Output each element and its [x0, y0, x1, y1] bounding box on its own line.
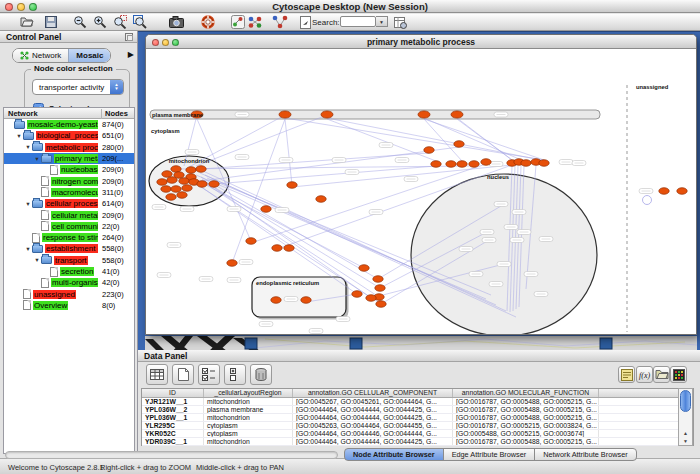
node-color-dropdown[interactable]: transporter activity ▲▼ [32, 79, 124, 95]
graph-node[interactable] [197, 181, 207, 188]
tab-scroll-right-icon[interactable]: ▶ [128, 51, 134, 59]
scrollbar-thumb[interactable] [680, 390, 691, 412]
tab-network-attribute-browser[interactable]: Network Attribute Browser [534, 448, 636, 461]
float-window-icon[interactable] [125, 33, 133, 41]
graph-node[interactable] [359, 265, 369, 272]
zoom-fit-icon[interactable] [130, 15, 150, 29]
graph-node[interactable] [227, 260, 237, 267]
graph-node[interactable] [375, 285, 385, 292]
tree-row[interactable]: ▼establishment of lo558(0) [4, 243, 134, 254]
tree-row[interactable]: cell communicat22(0) [4, 221, 134, 232]
search-dropdown-icon[interactable]: ▼ [376, 16, 388, 27]
tree-row[interactable]: ▼metabolic process280(0) [4, 142, 134, 153]
tree-row[interactable]: multi-organism pro42(0) [4, 277, 134, 288]
graph-node[interactable] [209, 181, 219, 188]
graph-node[interactable] [186, 167, 196, 174]
graph-edge[interactable] [196, 115, 327, 166]
expander-icon[interactable]: ▼ [33, 257, 41, 263]
table-row[interactable]: YLR295Ccytoplasm[GO:0045263, GO:0044464,… [142, 422, 693, 430]
graph-edge[interactable] [424, 119, 544, 160]
graph-node[interactable] [171, 186, 181, 193]
graph-node[interactable] [481, 159, 491, 166]
tree-row[interactable]: ▼cellular process614(0) [4, 198, 134, 209]
graph-node[interactable] [373, 276, 383, 283]
notes-icon[interactable] [618, 366, 635, 383]
expander-icon[interactable]: ▼ [24, 201, 32, 207]
graph-node[interactable] [157, 179, 167, 186]
tree-row[interactable]: ▼primary metabo209(... [4, 153, 134, 164]
zoom-in-icon[interactable] [90, 15, 110, 29]
tree-row[interactable]: unassigned223(0) [4, 288, 134, 299]
attribute-matrix-icon[interactable] [670, 366, 687, 383]
dropdown-stepper-icon[interactable]: ▲▼ [110, 80, 123, 94]
search-input[interactable] [340, 16, 376, 27]
column-header[interactable]: _cellularLayoutRegion [204, 389, 293, 397]
graph-node[interactable] [677, 188, 687, 195]
table-row[interactable]: YPL036W__2plasma membrane[GO:0044464, GO… [142, 406, 693, 414]
graph-node[interactable] [167, 177, 177, 184]
expander-icon[interactable]: ▼ [15, 133, 23, 139]
delete-attribute-icon[interactable] [250, 364, 272, 385]
zoom-out-icon[interactable] [70, 15, 90, 29]
graph-node[interactable] [271, 297, 281, 304]
column-header[interactable]: ID [142, 389, 204, 397]
graph-node[interactable] [469, 161, 479, 168]
graph-node[interactable] [162, 171, 172, 178]
open-session-icon[interactable] [17, 15, 37, 29]
graph-node[interactable] [539, 160, 549, 167]
tree-row[interactable]: nitrogen compo209(0) [4, 175, 134, 186]
graph-node[interactable] [287, 182, 297, 189]
tree-row[interactable]: ▼biological_process651(0) [4, 130, 134, 141]
column-header[interactable]: annotation.GO MOLECULAR_FUNCTION [453, 389, 599, 397]
graph-node[interactable] [166, 194, 176, 201]
expander-icon[interactable]: ▼ [24, 144, 32, 150]
graph-edge[interactable] [191, 177, 364, 268]
table-vertical-scrollbar[interactable]: ▲ ▼ [678, 388, 693, 446]
tree-row[interactable]: cellular metabo209(0) [4, 209, 134, 220]
graph-node[interactable] [316, 196, 326, 203]
graph-edge[interactable] [204, 181, 380, 288]
expander-icon[interactable]: ▼ [24, 246, 32, 252]
graph-node[interactable] [521, 160, 531, 167]
select-attributes-icon[interactable] [198, 364, 220, 385]
export-image-icon[interactable] [166, 15, 186, 29]
graph-node[interactable] [161, 186, 171, 193]
tab-node-attribute-browser[interactable]: Node Attribute Browser [344, 448, 444, 461]
graph-node[interactable] [451, 111, 463, 118]
select-columns-icon[interactable] [146, 364, 168, 385]
tab-edge-attribute-browser[interactable]: Edge Attribute Browser [443, 448, 536, 461]
tree-row[interactable]: mosaic-demo-yeast874(0) [4, 119, 134, 130]
graph-node[interactable] [424, 147, 434, 154]
graph-node[interactable] [454, 141, 464, 148]
graph-edge[interactable] [194, 147, 459, 182]
graph-node[interactable] [246, 238, 256, 245]
graph-node[interactable] [196, 166, 206, 173]
graph-node[interactable] [431, 161, 441, 168]
scroll-up-icon[interactable]: ▲ [679, 429, 692, 437]
tree-row[interactable]: macromolecule311(0) [4, 187, 134, 198]
layout-one-icon[interactable] [245, 15, 265, 29]
graph-node[interactable] [446, 161, 456, 168]
tree-column-network[interactable]: Network [8, 109, 38, 118]
scroll-down-icon[interactable]: ▼ [679, 437, 692, 445]
self-loop-edge[interactable] [643, 196, 652, 205]
tab-network[interactable]: Network [13, 49, 68, 62]
expander-icon[interactable]: ▼ [33, 156, 41, 162]
table-row[interactable]: YDR039C__1mitochondrion[GO:0044464, GO:0… [142, 438, 693, 446]
table-row[interactable]: YPL036W__1mitochondrion[GO:0044464, GO:0… [142, 414, 693, 422]
graph-node[interactable] [261, 206, 271, 213]
graph-node[interactable] [659, 188, 669, 195]
attribute-list-icon[interactable] [224, 364, 246, 385]
formula-builder-icon[interactable]: f(x) [636, 366, 653, 383]
column-header[interactable]: annotation.GO CELLULAR_COMPONENT [293, 389, 453, 397]
graph-node[interactable] [284, 245, 294, 252]
table-row[interactable]: YKR052Ccytoplasm[GO:0044464, GO:0044446,… [142, 430, 693, 438]
tree-row[interactable]: ▼transport558(0) [4, 255, 134, 266]
save-session-icon[interactable] [41, 15, 61, 29]
create-attribute-icon[interactable] [172, 364, 194, 385]
help-icon[interactable] [198, 15, 218, 29]
layout-two-icon[interactable] [270, 15, 290, 29]
tree-column-nodes[interactable]: Nodes [101, 109, 134, 119]
attribute-settings-icon[interactable] [390, 15, 410, 29]
graph-node[interactable] [177, 192, 187, 199]
